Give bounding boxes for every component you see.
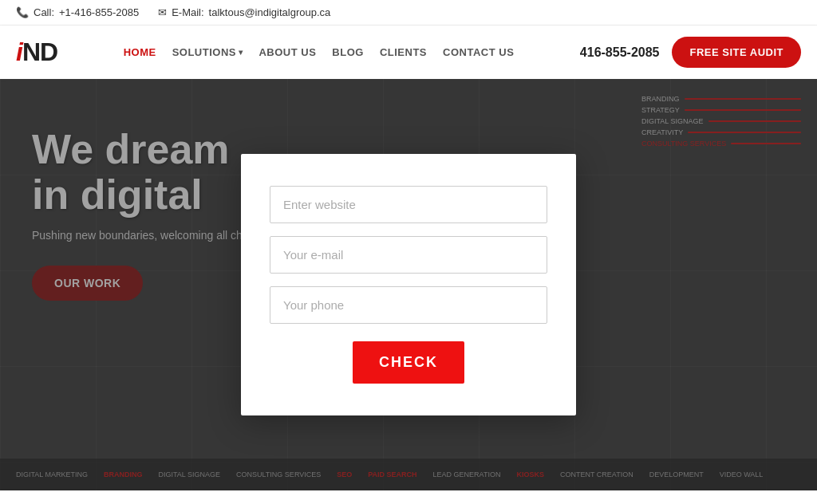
chevron-down-icon: ▾ [239,48,243,57]
phone-number-topbar: +1-416-855-2085 [59,6,139,18]
free-audit-button[interactable]: FREE SITE AUDIT [672,37,801,68]
check-button[interactable]: CHECK [353,341,464,384]
logo-n: ND [22,37,57,67]
email-label: E-Mail: [172,6,203,18]
modal-overlay: CHECK [0,79,817,490]
logo-i: i [16,37,22,67]
email-address: talktous@indigitalgroup.ca [209,6,331,18]
call-label: Call: [34,6,54,18]
header: iND HOME SOLUTIONS ▾ ABOUT US BLOG CLIEN… [0,26,817,79]
nav-contact[interactable]: CONTACT US [443,46,514,58]
hero-section: BRANDING STRATEGY DIGITAL SIGNAGE CREATI… [0,79,817,490]
site-audit-modal: CHECK [241,154,576,415]
logo[interactable]: iND [16,37,57,67]
main-nav: HOME SOLUTIONS ▾ ABOUT US BLOG CLIENTS C… [124,46,515,58]
nav-home[interactable]: HOME [124,46,156,58]
phone-icon: 📞 [16,6,29,18]
nav-solutions[interactable]: SOLUTIONS ▾ [172,46,243,58]
phone-contact: 📞 Call: +1-416-855-2085 [16,6,139,18]
nav-about[interactable]: ABOUT US [259,46,316,58]
email-icon: ✉ [158,6,167,18]
header-right: 416-855-2085 FREE SITE AUDIT [580,37,801,68]
top-bar: 📞 Call: +1-416-855-2085 ✉ E-Mail: talkto… [0,0,817,26]
nav-clients[interactable]: CLIENTS [380,46,427,58]
header-phone: 416-855-2085 [580,45,660,60]
website-input[interactable] [270,186,547,223]
phone-input[interactable] [270,286,547,324]
email-input[interactable] [270,236,547,274]
nav-blog[interactable]: BLOG [332,46,364,58]
email-contact: ✉ E-Mail: talktous@indigitalgroup.ca [158,6,330,18]
